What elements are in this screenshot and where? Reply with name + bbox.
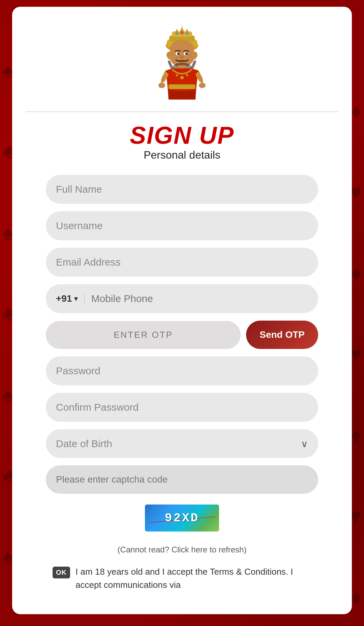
- signup-title: SIGN UP: [12, 122, 352, 149]
- ok-badge-label: OK: [56, 569, 67, 576]
- mobile-input[interactable]: [88, 284, 318, 313]
- signup-form: +91 ▾ Send OTP Date of Birth ∨: [12, 175, 352, 592]
- svg-point-29: [158, 83, 165, 88]
- dropdown-arrow-icon: ▾: [74, 295, 78, 303]
- signup-subtitle: Personal details: [12, 149, 352, 161]
- dob-select[interactable]: Date of Birth: [46, 429, 318, 458]
- svg-point-7: [180, 31, 184, 34]
- email-input[interactable]: [46, 248, 318, 277]
- logo-area: [12, 20, 352, 111]
- svg-point-25: [180, 76, 184, 79]
- svg-point-11: [170, 40, 194, 57]
- username-input[interactable]: [46, 211, 318, 240]
- password-input[interactable]: [46, 356, 318, 385]
- terms-ok-badge[interactable]: OK: [53, 567, 70, 578]
- main-card: SIGN UP Personal details +91 ▾ Send OTP: [12, 7, 352, 614]
- svg-point-27: [186, 74, 188, 76]
- svg-point-18: [180, 55, 184, 59]
- svg-point-16: [179, 53, 180, 54]
- svg-point-9: [186, 33, 188, 35]
- right-suit-7: ♦: [351, 587, 361, 607]
- terms-row: OK I am 18 years old and I accept the Te…: [46, 565, 318, 592]
- full-name-input[interactable]: [46, 175, 318, 204]
- svg-point-23: [193, 57, 196, 59]
- otp-input[interactable]: [46, 321, 241, 349]
- svg-point-17: [187, 53, 188, 54]
- logo-figure: [148, 27, 216, 101]
- captcha-box: 92XD: [145, 505, 219, 532]
- terms-text: I am 18 years old and I accept the Terms…: [75, 565, 311, 592]
- king-illustration: [148, 25, 216, 103]
- phone-row: +91 ▾: [46, 284, 318, 313]
- captcha-refresh[interactable]: (Cannot read? Click here to refresh): [46, 545, 318, 554]
- header-divider: [26, 111, 338, 112]
- send-otp-button[interactable]: Send OTP: [246, 321, 318, 349]
- svg-point-22: [168, 57, 171, 59]
- svg-rect-28: [169, 84, 195, 89]
- svg-point-26: [176, 74, 178, 76]
- country-code-selector[interactable]: +91 ▾: [46, 284, 84, 313]
- svg-point-8: [176, 33, 178, 35]
- right-suit-3: ♦: [351, 263, 361, 283]
- confirm-password-input[interactable]: [46, 393, 318, 422]
- right-suit-5: ♦: [351, 425, 361, 445]
- captcha-image-area: 92XD: [46, 505, 318, 532]
- captcha-code-text: 92XD: [165, 511, 199, 525]
- otp-row: Send OTP: [46, 321, 318, 349]
- phone-divider: [84, 294, 85, 304]
- captcha-input[interactable]: [46, 465, 318, 494]
- country-code-value: +91: [56, 293, 72, 304]
- svg-point-30: [199, 83, 206, 88]
- right-suit-1: ♦: [351, 101, 361, 121]
- dob-wrapper: Date of Birth ∨: [46, 429, 318, 458]
- signup-heading: SIGN UP Personal details: [12, 122, 352, 161]
- captcha-refresh-text: (Cannot read? Click here to refresh): [118, 545, 247, 554]
